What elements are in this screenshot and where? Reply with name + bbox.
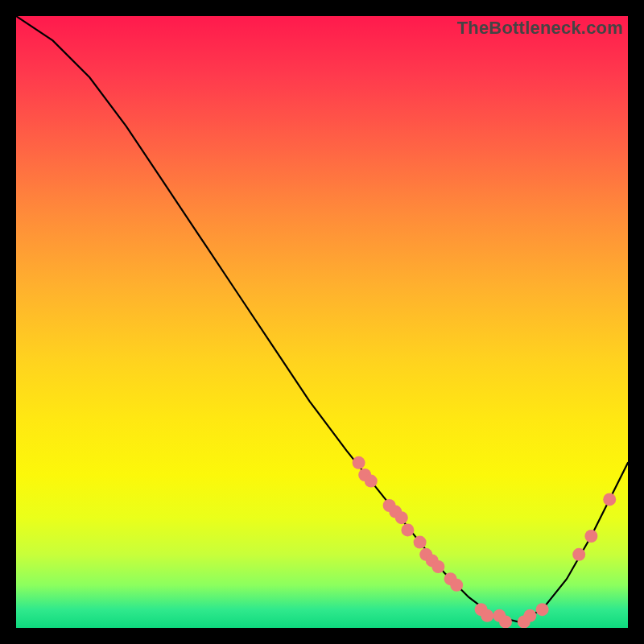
marker-cluster-low-b [419, 548, 432, 561]
marker-cluster-upper-a [353, 456, 365, 469]
chart-svg [16, 16, 628, 628]
marker-cluster-low-c [426, 554, 439, 567]
marker-cluster-upper-b [358, 469, 371, 481]
marker-pre-trough-b [450, 579, 463, 592]
scatter-markers [353, 456, 617, 628]
marker-rise-c [584, 530, 597, 543]
marker-trough-d [499, 615, 512, 628]
marker-trough-b [481, 609, 493, 622]
bottleneck-curve [16, 16, 628, 621]
marker-cluster-low-a [414, 536, 427, 549]
marker-cluster-mid-a [383, 499, 396, 512]
marker-trough-a [475, 603, 488, 616]
marker-trough-f [523, 609, 536, 622]
watermark-label: TheBottleneck.com [457, 18, 623, 39]
chart-frame: TheBottleneck.com [16, 16, 628, 628]
marker-rise-b [572, 548, 585, 561]
marker-cluster-low-d [431, 560, 444, 573]
marker-pre-trough-a [444, 572, 457, 585]
marker-cluster-upper-c [365, 475, 378, 488]
marker-cluster-mid-b [389, 506, 402, 518]
marker-cluster-mid-c [395, 511, 408, 524]
marker-trough-e [518, 615, 530, 628]
chart-plot-area: TheBottleneck.com [16, 16, 628, 628]
marker-rise-d [603, 493, 616, 506]
marker-rise-a [536, 603, 549, 616]
marker-trough-c [493, 609, 506, 622]
marker-cluster-mid-d [401, 523, 414, 536]
